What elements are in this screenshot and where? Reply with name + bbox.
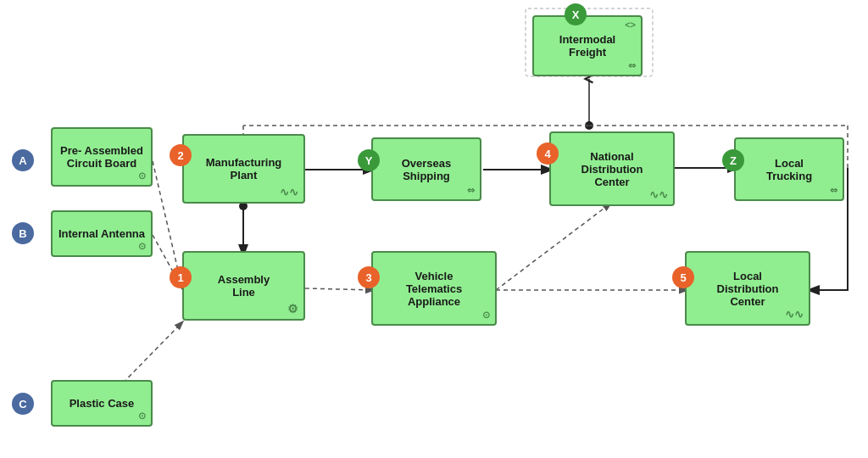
node-icon-local-dist: ∿∿: [785, 308, 804, 321]
badge-a: A: [12, 149, 34, 171]
badge-5: 5: [672, 266, 694, 288]
badge-x: X: [565, 3, 587, 25]
node-icon-plastic-case: ⊙: [138, 411, 146, 422]
badge-z: Z: [722, 149, 744, 171]
node-overseas-shipping[interactable]: OverseasShipping ⇔: [371, 137, 481, 201]
badge-b: B: [12, 222, 34, 244]
node-icon-overseas: ⇔: [467, 185, 475, 196]
node-national-dist[interactable]: NationalDistributionCenter ∿∿: [549, 131, 675, 206]
node-icon-pre-assembled: ⊙: [138, 170, 146, 182]
badge-1: 1: [170, 266, 192, 288]
badge-y: Y: [358, 149, 380, 171]
node-manufacturing-plant[interactable]: ManufacturingPlant ∿∿: [182, 134, 305, 204]
svg-point-11: [585, 121, 593, 130]
node-icon-internal-antenna: ⊙: [138, 241, 146, 252]
node-pre-assembled[interactable]: Pre- Assembled Circuit Board ⊙: [51, 127, 153, 187]
node-assembly-line[interactable]: AssemblyLine ⚙: [182, 251, 305, 321]
badge-4: 4: [537, 142, 559, 165]
node-local-trucking[interactable]: LocalTrucking ⇔: [734, 137, 844, 201]
badge-c: C: [12, 393, 34, 415]
node-icon-assembly: ⚙: [287, 302, 298, 316]
node-local-dist[interactable]: LocalDistributionCenter ∿∿: [685, 251, 810, 326]
node-icon-trucking: ⇔: [830, 185, 837, 196]
node-icon-national: ∿∿: [649, 188, 668, 201]
node-icon-telematics: ⊙: [482, 310, 490, 321]
badge-3: 3: [358, 266, 380, 288]
svg-line-8: [496, 204, 610, 290]
node-icon-intermodal: ⇔: [628, 60, 636, 71]
node-plastic-case[interactable]: Plastic Case ⊙: [51, 380, 153, 427]
node-vehicle-telematics[interactable]: VehicleTelematicsAppliance ⊙: [371, 251, 497, 326]
badge-2: 2: [170, 144, 192, 166]
node-icon-manufacturing: ∿∿: [280, 186, 298, 198]
supply-chain-diagram: Pre- Assembled Circuit Board ⊙ Internal …: [0, 0, 868, 458]
node-internal-antenna[interactable]: Internal Antenna ⊙: [51, 210, 153, 257]
svg-line-5: [305, 288, 373, 290]
node-intermodal[interactable]: IntermodalFreight ⇔ <>: [532, 15, 643, 76]
